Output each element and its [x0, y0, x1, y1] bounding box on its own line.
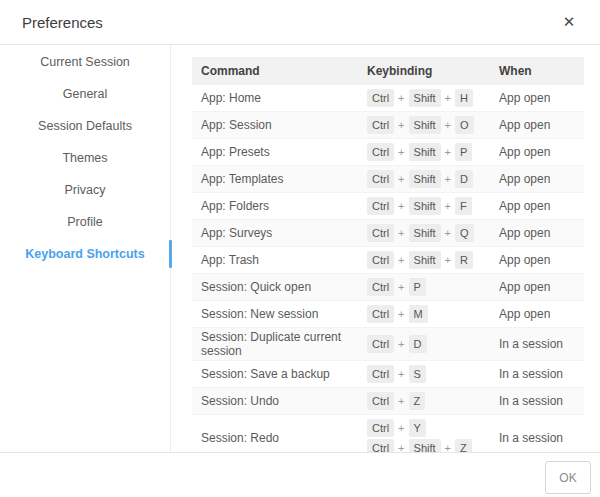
key-chip: Ctrl [367, 335, 394, 353]
sidebar-item-label: Keyboard Shortcuts [25, 247, 144, 261]
column-header-when: When [490, 57, 584, 85]
sidebar-item-label: Current Session [40, 55, 130, 69]
table-row: App: HomeCtrl+Shift+HApp open [192, 85, 584, 112]
sidebar-item-label: Privacy [65, 183, 106, 197]
command-cell: App: Home [192, 91, 358, 105]
table-row: App: SurveysCtrl+Shift+QApp open [192, 220, 584, 247]
table-row: Session: New sessionCtrl+MApp open [192, 301, 584, 328]
key-chip: P [409, 278, 426, 296]
sidebar-item-current-session[interactable]: Current Session [0, 46, 170, 78]
when-cell: App open [490, 118, 584, 132]
keybinding-cell: Ctrl+M [358, 303, 490, 325]
dialog-titlebar: Preferences ✕ [0, 0, 600, 45]
dialog-title: Preferences [22, 14, 103, 31]
sidebar-item-label: Profile [67, 215, 102, 229]
sidebar-item-session-defaults[interactable]: Session Defaults [0, 110, 170, 142]
when-cell: In a session [490, 431, 584, 445]
plus-separator: + [398, 281, 404, 293]
preferences-dialog: Preferences ✕ Current SessionGeneralSess… [0, 0, 600, 497]
key-chip: S [409, 365, 426, 383]
column-header-command: Command [192, 57, 358, 85]
keybinding-cell: Ctrl+YCtrl+Shift+Z [358, 417, 490, 452]
key-chip: O [455, 116, 474, 134]
sidebar-item-keyboard-shortcuts[interactable]: Keyboard Shortcuts [0, 238, 170, 270]
key-chip: Shift [409, 89, 441, 107]
plus-separator: + [398, 200, 404, 212]
key-chip: D [455, 170, 473, 188]
key-chip: Ctrl [367, 89, 394, 107]
keybindings-table: Command Keybinding When App: HomeCtrl+Sh… [192, 57, 584, 452]
plus-separator: + [398, 119, 404, 131]
key-chip: Ctrl [367, 305, 394, 323]
command-cell: App: Presets [192, 145, 358, 159]
plus-separator: + [445, 173, 451, 185]
shortcuts-content: Command Keybinding When App: HomeCtrl+Sh… [171, 45, 600, 452]
key-chip: Ctrl [367, 278, 394, 296]
table-row: App: TemplatesCtrl+Shift+DApp open [192, 166, 584, 193]
plus-separator: + [398, 254, 404, 266]
key-chip: D [409, 335, 427, 353]
keybinding-combo: Ctrl+Y [367, 419, 490, 437]
keybinding-cell: Ctrl+Shift+P [358, 141, 490, 163]
key-chip: Shift [409, 143, 441, 161]
command-cell: Session: Duplicate current session [192, 330, 358, 358]
table-rows: App: HomeCtrl+Shift+HApp openApp: Sessio… [192, 85, 584, 452]
keybinding-combo: Ctrl+Shift+H [367, 89, 490, 107]
plus-separator: + [445, 119, 451, 131]
keybinding-combo: Ctrl+Shift+P [367, 143, 490, 161]
key-chip: F [455, 197, 472, 215]
plus-separator: + [398, 338, 404, 350]
when-cell: In a session [490, 394, 584, 408]
plus-separator: + [445, 200, 451, 212]
table-row: App: PresetsCtrl+Shift+PApp open [192, 139, 584, 166]
sidebar-item-themes[interactable]: Themes [0, 142, 170, 174]
command-cell: App: Session [192, 118, 358, 132]
keybinding-combo: Ctrl+Shift+R [367, 251, 490, 269]
sidebar-item-label: General [63, 87, 107, 101]
key-chip: Ctrl [367, 224, 394, 242]
command-cell: Session: New session [192, 307, 358, 321]
sidebar-item-general[interactable]: General [0, 78, 170, 110]
keybinding-cell: Ctrl+P [358, 276, 490, 298]
key-chip: Shift [409, 251, 441, 269]
command-cell: Session: Save a backup [192, 367, 358, 381]
sidebar-item-privacy[interactable]: Privacy [0, 174, 170, 206]
keybinding-combo: Ctrl+Shift+O [367, 116, 490, 134]
sidebar: Current SessionGeneralSession DefaultsTh… [0, 45, 171, 452]
key-chip: H [455, 89, 473, 107]
key-chip: P [455, 143, 472, 161]
when-cell: In a session [490, 337, 584, 351]
when-cell: App open [490, 226, 584, 240]
command-cell: Session: Quick open [192, 280, 358, 294]
keybinding-combo: Ctrl+Shift+Q [367, 224, 490, 242]
table-header-row: Command Keybinding When [192, 57, 584, 85]
table-row: Session: Save a backupCtrl+SIn a session [192, 361, 584, 388]
keybinding-cell: Ctrl+Shift+R [358, 249, 490, 271]
plus-separator: + [398, 308, 404, 320]
keybinding-combo: Ctrl+Shift+D [367, 170, 490, 188]
keybinding-cell: Ctrl+Shift+H [358, 87, 490, 109]
key-chip: Shift [409, 197, 441, 215]
key-chip: Y [409, 419, 426, 437]
sidebar-item-profile[interactable]: Profile [0, 206, 170, 238]
when-cell: App open [490, 172, 584, 186]
keybinding-combo: Ctrl+Z [367, 392, 490, 410]
key-chip: Ctrl [367, 143, 394, 161]
plus-separator: + [398, 422, 404, 434]
keybinding-combo: Ctrl+D [367, 335, 490, 353]
table-row: App: SessionCtrl+Shift+OApp open [192, 112, 584, 139]
keybinding-cell: Ctrl+Z [358, 390, 490, 412]
dialog-body: Current SessionGeneralSession DefaultsTh… [0, 45, 600, 452]
key-chip: M [409, 305, 428, 323]
key-chip: Z [455, 439, 472, 452]
sidebar-item-label: Themes [62, 151, 107, 165]
key-chip: Ctrl [367, 251, 394, 269]
active-item-indicator [169, 240, 172, 268]
plus-separator: + [398, 368, 404, 380]
command-cell: App: Surveys [192, 226, 358, 240]
close-icon[interactable]: ✕ [558, 11, 580, 33]
table-row: Session: UndoCtrl+ZIn a session [192, 388, 584, 415]
keybinding-cell: Ctrl+Shift+O [358, 114, 490, 136]
command-cell: Session: Undo [192, 394, 358, 408]
ok-button[interactable]: OK [545, 461, 591, 494]
